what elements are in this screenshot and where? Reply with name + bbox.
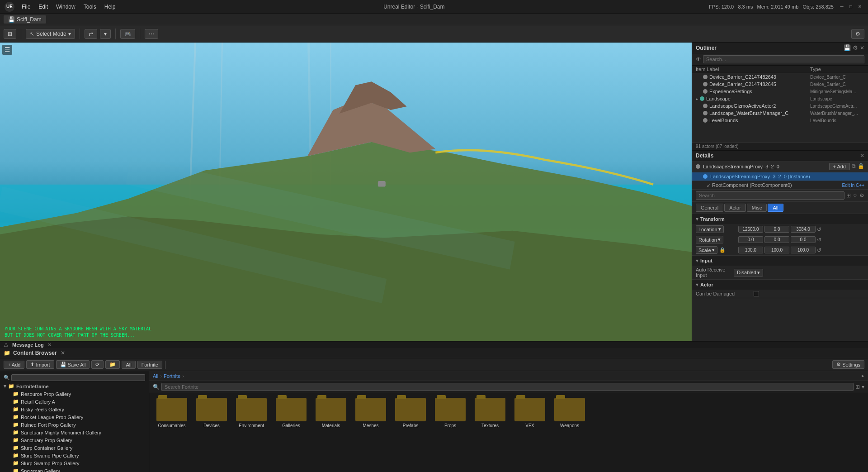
- content-browser-search-input[interactable]: [161, 383, 854, 391]
- cb-search-options-icon[interactable]: ▾: [862, 384, 864, 390]
- cb-path-fortnite[interactable]: Fortnite: [164, 373, 180, 379]
- outliner-item-6[interactable]: LevelBounds LevelBounds: [692, 117, 868, 124]
- menu-edit[interactable]: Edit: [35, 3, 52, 11]
- menu-window[interactable]: Window: [52, 3, 79, 11]
- tree-item-3[interactable]: 📁Rocket League Prop Gallery: [0, 413, 149, 421]
- tree-item-8[interactable]: 📁Slurp Swamp Pipe Gallery: [0, 452, 149, 459]
- cb-folder-7[interactable]: Props: [432, 398, 468, 428]
- cb-all-button[interactable]: All: [122, 361, 135, 369]
- cb-folder-2[interactable]: Environment: [233, 398, 269, 428]
- details-star-icon[interactable]: ☆: [853, 192, 858, 199]
- tree-item-4[interactable]: 📁Ruined Fort Prop Gallery: [0, 421, 149, 429]
- rotation-dropdown[interactable]: Rotation▾: [696, 236, 723, 243]
- select-mode-button[interactable]: ↖ Select Mode ▾: [26, 29, 75, 39]
- tree-item-7[interactable]: 📁Slurp Container Gallery: [0, 444, 149, 452]
- filter-tab-actor[interactable]: Actor: [724, 204, 746, 212]
- details-settings-icon[interactable]: ⚙: [859, 192, 864, 199]
- details-search-input[interactable]: [696, 191, 844, 200]
- details-edit-link[interactable]: Edit in C++: [842, 183, 864, 188]
- auto-receive-dropdown[interactable]: Disabled▾: [734, 269, 763, 277]
- rotation-reset[interactable]: ↺: [817, 237, 821, 243]
- cb-fortnite-button[interactable]: Fortnite: [137, 361, 162, 369]
- details-instance-row[interactable]: LandscapeStreamingProxy_3_2_0 (Instance): [692, 172, 868, 181]
- tree-search-input[interactable]: [11, 374, 145, 381]
- outliner-item-4[interactable]: LandscapeGizmoActiveActor2 LandscapeGizm…: [692, 102, 868, 110]
- game-preview-button[interactable]: 🎮: [120, 29, 135, 39]
- menu-help[interactable]: Help: [101, 3, 119, 11]
- scale-y[interactable]: 100.0: [764, 247, 789, 253]
- scale-reset[interactable]: ↺: [817, 247, 821, 253]
- cb-folder-10[interactable]: Weapons: [552, 398, 588, 428]
- details-add-button[interactable]: + Add: [829, 163, 850, 170]
- cb-folder-9[interactable]: VFX: [512, 398, 548, 428]
- scale-lock-icon[interactable]: 🔒: [719, 247, 726, 253]
- location-z[interactable]: 3084.0: [791, 226, 816, 233]
- minimize-button[interactable]: ─: [838, 3, 845, 10]
- outliner-item-0[interactable]: Device_Barrier_C2147482643 Device_Barrie…: [692, 73, 868, 81]
- filter-tab-misc[interactable]: Misc: [747, 204, 767, 212]
- cb-path-home[interactable]: All: [153, 373, 158, 379]
- details-copy-icon[interactable]: ⧉: [852, 163, 856, 170]
- cb-folder-0[interactable]: Consumables: [154, 398, 190, 428]
- outliner-item-2[interactable]: ExperienceSettings MinigameSettingsMa...: [692, 88, 868, 95]
- transform-arrow-button[interactable]: ▾: [100, 29, 111, 39]
- location-x[interactable]: 12600.0: [738, 226, 763, 233]
- outliner-item-1[interactable]: Device_Barrier_C2147482645 Device_Barrie…: [692, 81, 868, 88]
- tree-root-item[interactable]: ▾ 📁 FortniteGame: [0, 382, 149, 390]
- cb-folder-6[interactable]: Prefabs: [392, 398, 429, 428]
- cb-save-all-button[interactable]: 💾 Save All: [56, 360, 90, 369]
- cb-search-filter-icon[interactable]: ⊞: [855, 384, 860, 390]
- cb-folder-button[interactable]: 📁: [105, 360, 120, 369]
- cb-folder-3[interactable]: Galleries: [273, 398, 309, 428]
- outliner-eye-icon[interactable]: 👁: [696, 56, 701, 62]
- rotation-y[interactable]: 0.0: [764, 236, 789, 243]
- location-y[interactable]: 0.0: [764, 226, 789, 233]
- menu-file[interactable]: File: [18, 3, 34, 11]
- can-be-damaged-checkbox[interactable]: [754, 291, 759, 296]
- toolbar-layout-button[interactable]: ⊞: [4, 29, 16, 39]
- cb-settings-button[interactable]: ⚙ Settings: [832, 360, 864, 369]
- cb-add-button[interactable]: + Add: [4, 361, 24, 369]
- cb-folder-5[interactable]: Meshes: [353, 398, 389, 428]
- tree-item-0[interactable]: 📁Resource Prop Gallery: [0, 390, 149, 398]
- rotation-z[interactable]: 0.0: [791, 236, 816, 243]
- outliner-search-input[interactable]: [703, 55, 864, 63]
- filter-tab-all[interactable]: All: [768, 204, 783, 212]
- tree-item-6[interactable]: 📁Sanctuary Prop Gallery: [0, 436, 149, 444]
- input-section-header[interactable]: ▾ Input: [692, 256, 868, 266]
- details-lock-icon[interactable]: 🔒: [858, 163, 864, 170]
- tree-item-9[interactable]: 📁Slurp Swamp Prop Gallery: [0, 459, 149, 467]
- cb-import-button[interactable]: ⬆ Import: [26, 360, 54, 369]
- cb-folder-1[interactable]: Devices: [193, 398, 230, 428]
- menu-tools[interactable]: Tools: [80, 3, 100, 11]
- outliner-item-5[interactable]: Landscape_WaterBrushManager_C WaterBrush…: [692, 110, 868, 117]
- location-dropdown[interactable]: Location▾: [696, 225, 724, 233]
- toolbar-settings-button[interactable]: ⚙: [851, 29, 864, 39]
- scale-z[interactable]: 100.0: [791, 247, 816, 253]
- rotation-x[interactable]: 0.0: [738, 236, 763, 243]
- tree-item-1[interactable]: 📁Retail Gallery A: [0, 398, 149, 405]
- filter-tab-general[interactable]: General: [696, 204, 723, 212]
- cb-folder-4[interactable]: Materials: [313, 398, 349, 428]
- outliner-save-icon[interactable]: 💾: [844, 44, 851, 51]
- cb-folder-8[interactable]: Textures: [472, 398, 508, 428]
- transform-section-header[interactable]: ▾ Transform: [692, 214, 868, 224]
- more-options-button[interactable]: ⋯: [145, 29, 158, 39]
- outliner-settings-icon[interactable]: ⚙: [853, 44, 858, 51]
- details-close-button[interactable]: ✕: [860, 153, 864, 159]
- outliner-item-3[interactable]: ▸ Landscape Landscape: [692, 95, 868, 102]
- outliner-close-button[interactable]: ✕: [860, 45, 864, 51]
- transform-button[interactable]: ⇄: [85, 29, 97, 39]
- maximize-button[interactable]: □: [847, 3, 854, 10]
- message-log-close[interactable]: ✕: [47, 342, 52, 348]
- scale-dropdown[interactable]: Scale▾: [696, 246, 717, 254]
- content-browser-close[interactable]: ✕: [61, 350, 65, 356]
- tree-item-2[interactable]: 📁Risky Reels Gallery: [0, 405, 149, 413]
- cb-path-arrow-button[interactable]: ▸: [862, 373, 864, 379]
- close-button[interactable]: ✕: [856, 3, 863, 10]
- viewport[interactable]: ☰ YOUR SCENE CONTAINS A SKYDOME MESH WIT…: [0, 43, 692, 341]
- actor-section-header[interactable]: ▾ Actor: [692, 280, 868, 290]
- tree-item-5[interactable]: 📁Sanctuary Mighty Monument Gallery: [0, 429, 149, 436]
- cb-sync-button[interactable]: ⟳: [91, 360, 104, 369]
- details-grid-view[interactable]: ⊞: [846, 192, 851, 199]
